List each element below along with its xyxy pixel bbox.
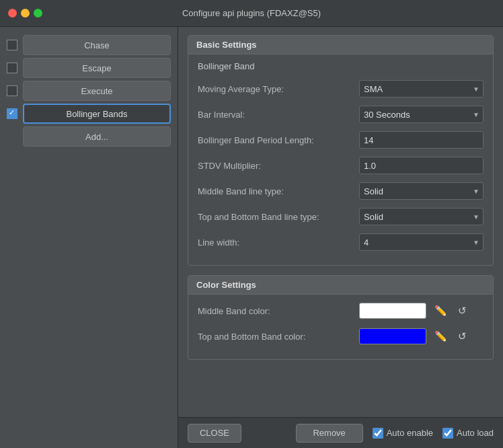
sidebar: Chase Escape Execute Bollinger Bands Add… bbox=[0, 27, 178, 448]
moving-avg-type-control: SMA EMA WMA ▼ bbox=[359, 80, 483, 98]
basic-settings-header: Basic Settings bbox=[188, 36, 493, 54]
period-length-control bbox=[359, 131, 483, 149]
bollinger-bands-checkbox[interactable] bbox=[7, 108, 17, 119]
top-bottom-band-color-swatch[interactable] bbox=[359, 328, 426, 344]
basic-settings-panel: Basic Settings Bollinger Band Moving Ave… bbox=[188, 35, 494, 266]
panel-subtitle: Bollinger Band bbox=[198, 61, 483, 71]
top-bottom-band-color-label: Top and Bottom Band color: bbox=[198, 332, 359, 342]
bollinger-bands-button[interactable]: Bollinger Bands bbox=[23, 104, 171, 124]
middle-band-line-select[interactable]: Solid Dashed Dotted bbox=[359, 182, 483, 200]
top-bottom-band-color-reset-icon[interactable]: ↺ bbox=[455, 329, 469, 344]
execute-checkbox[interactable] bbox=[7, 85, 17, 96]
top-bottom-band-line-select[interactable]: Solid Dashed Dotted bbox=[359, 208, 483, 225]
moving-avg-type-select-wrapper: SMA EMA WMA ▼ bbox=[359, 80, 483, 98]
bar-interval-select[interactable]: 5 Seconds 10 Seconds 30 Seconds 1 Minute… bbox=[359, 106, 483, 123]
top-bottom-band-line-label: Top and Bottom Band line type: bbox=[198, 212, 359, 222]
stdv-multiplier-label: STDV Multiplier: bbox=[198, 161, 359, 171]
line-width-select[interactable]: 1 2 3 4 5 bbox=[359, 233, 483, 251]
top-bottom-band-color-swatch-row: ✏️ ↺ bbox=[359, 328, 483, 344]
auto-load-label: Auto load bbox=[442, 428, 494, 439]
sidebar-item-execute: Execute bbox=[7, 81, 171, 101]
line-width-select-wrapper: 1 2 3 4 5 ▼ bbox=[359, 233, 483, 251]
line-width-row: Line width: 1 2 3 4 5 ▼ bbox=[198, 233, 483, 252]
sidebar-item-bollinger-bands: Bollinger Bands bbox=[7, 104, 171, 124]
period-length-input[interactable] bbox=[359, 131, 483, 149]
basic-settings-body: Bollinger Band Moving Average Type: SMA … bbox=[188, 54, 493, 265]
color-settings-body: Middle Band color: ✏️ ↺ Top and Bottom B… bbox=[188, 295, 493, 359]
panel-container: Basic Settings Bollinger Band Moving Ave… bbox=[178, 27, 503, 417]
window-controls[interactable] bbox=[8, 9, 42, 17]
middle-band-line-control: Solid Dashed Dotted ▼ bbox=[359, 182, 483, 200]
moving-avg-type-row: Moving Average Type: SMA EMA WMA ▼ bbox=[198, 79, 483, 98]
auto-enable-label: Auto enable bbox=[373, 428, 433, 439]
color-settings-header: Color Settings bbox=[188, 276, 493, 295]
chase-button[interactable]: Chase bbox=[23, 35, 171, 55]
top-bottom-band-line-select-wrapper: Solid Dashed Dotted ▼ bbox=[359, 208, 483, 225]
footer: CLOSE Remove Auto enable Auto load bbox=[178, 417, 503, 448]
bar-interval-label: Bar Interval: bbox=[198, 110, 359, 120]
top-bottom-band-line-control: Solid Dashed Dotted ▼ bbox=[359, 208, 483, 225]
execute-button[interactable]: Execute bbox=[23, 81, 171, 101]
close-button[interactable]: CLOSE bbox=[188, 424, 241, 443]
escape-button[interactable]: Escape bbox=[23, 58, 171, 78]
middle-band-color-label: Middle Band color: bbox=[198, 306, 359, 316]
moving-avg-type-select[interactable]: SMA EMA WMA bbox=[359, 80, 483, 98]
period-length-row: Bollinger Band Period Length: bbox=[198, 130, 483, 149]
color-settings-panel: Color Settings Middle Band color: ✏️ ↺ bbox=[188, 275, 494, 360]
main-layout: Chase Escape Execute Bollinger Bands Add… bbox=[0, 27, 503, 448]
top-bottom-band-color-pick-icon[interactable]: ✏️ bbox=[432, 329, 450, 344]
top-bottom-band-line-row: Top and Bottom Band line type: Solid Das… bbox=[198, 207, 483, 226]
maximize-window-button[interactable] bbox=[34, 9, 42, 17]
middle-band-color-reset-icon[interactable]: ↺ bbox=[455, 303, 469, 318]
middle-band-color-swatch[interactable] bbox=[359, 303, 426, 319]
remove-button[interactable]: Remove bbox=[296, 424, 363, 443]
bar-interval-control: 5 Seconds 10 Seconds 30 Seconds 1 Minute… bbox=[359, 106, 483, 123]
bar-interval-row: Bar Interval: 5 Seconds 10 Seconds 30 Se… bbox=[198, 105, 483, 124]
sidebar-item-chase: Chase bbox=[7, 35, 171, 55]
middle-band-color-control: ✏️ ↺ bbox=[359, 303, 483, 319]
middle-band-color-pick-icon[interactable]: ✏️ bbox=[432, 303, 450, 318]
sidebar-item-add: Add... bbox=[7, 126, 171, 147]
middle-band-line-label: Middle Band line type: bbox=[198, 186, 359, 196]
period-length-label: Bollinger Band Period Length: bbox=[198, 135, 359, 145]
middle-band-color-swatch-row: ✏️ ↺ bbox=[359, 303, 483, 319]
titlebar: Configure api plugins (FDAXZ@S5) bbox=[0, 0, 503, 27]
line-width-control: 1 2 3 4 5 ▼ bbox=[359, 233, 483, 251]
sidebar-item-escape: Escape bbox=[7, 58, 171, 78]
auto-enable-checkbox[interactable] bbox=[373, 428, 383, 439]
chase-checkbox[interactable] bbox=[7, 40, 17, 50]
moving-avg-type-label: Moving Average Type: bbox=[198, 84, 359, 94]
minimize-window-button[interactable] bbox=[21, 9, 30, 17]
content-area: Basic Settings Bollinger Band Moving Ave… bbox=[178, 27, 503, 448]
window-title: Configure api plugins (FDAXZ@S5) bbox=[182, 8, 321, 18]
bar-interval-select-wrapper: 5 Seconds 10 Seconds 30 Seconds 1 Minute… bbox=[359, 106, 483, 123]
top-bottom-band-color-control: ✏️ ↺ bbox=[359, 328, 483, 344]
middle-band-line-row: Middle Band line type: Solid Dashed Dott… bbox=[198, 182, 483, 200]
escape-checkbox[interactable] bbox=[7, 63, 17, 73]
close-window-button[interactable] bbox=[8, 9, 17, 17]
add-plugin-button[interactable]: Add... bbox=[23, 126, 171, 147]
stdv-multiplier-control bbox=[359, 157, 483, 174]
middle-band-line-select-wrapper: Solid Dashed Dotted ▼ bbox=[359, 182, 483, 200]
line-width-label: Line width: bbox=[198, 237, 359, 248]
auto-enable-text: Auto enable bbox=[387, 428, 433, 438]
stdv-multiplier-row: STDV Multiplier: bbox=[198, 156, 483, 175]
auto-load-checkbox[interactable] bbox=[442, 428, 453, 439]
middle-band-color-row: Middle Band color: ✏️ ↺ bbox=[198, 301, 483, 320]
auto-load-text: Auto load bbox=[457, 428, 494, 438]
stdv-multiplier-input[interactable] bbox=[359, 157, 483, 174]
top-bottom-band-color-row: Top and Bottom Band color: ✏️ ↺ bbox=[198, 327, 483, 346]
